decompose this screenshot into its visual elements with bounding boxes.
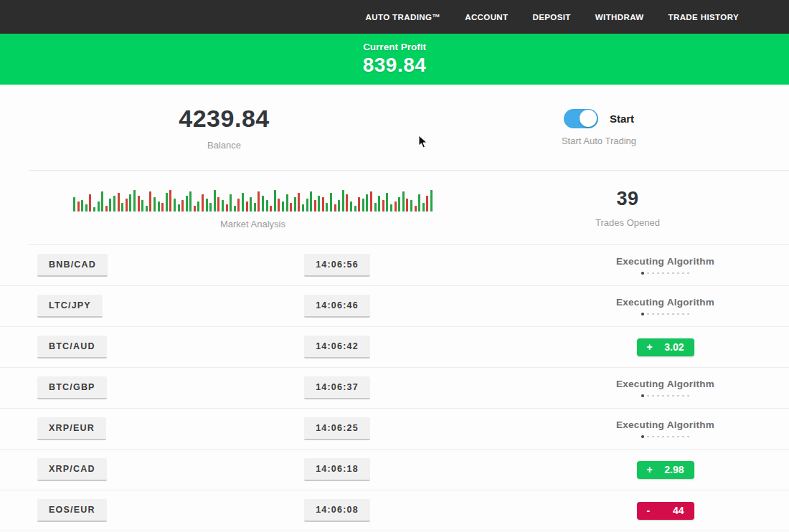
nav-item-withdraw[interactable]: WITHDRAW xyxy=(595,13,644,22)
trade-row-btc-aud: BTC/AUD14:06:42+3.02 xyxy=(0,327,789,368)
candle-up xyxy=(101,191,103,212)
candle-down xyxy=(77,201,80,212)
candle-up xyxy=(398,197,400,212)
candle-up xyxy=(174,199,176,212)
executing-algorithm-label: Executing Algorithm xyxy=(616,256,714,267)
progress-dot xyxy=(641,313,644,315)
trade-status-cell: Executing Algorithm xyxy=(509,297,789,315)
candle-up xyxy=(402,191,405,212)
candle-up xyxy=(129,194,131,212)
progress-dot xyxy=(672,436,674,438)
candle-up xyxy=(133,190,136,212)
auto-trading-label: Start Auto Trading xyxy=(562,136,636,146)
candle-down xyxy=(202,194,204,212)
trades-opened-block: 39 Trades Opened xyxy=(477,188,778,228)
candle-down xyxy=(394,201,397,212)
trade-time-badge: 14:06:37 xyxy=(304,376,370,399)
progress-dot xyxy=(641,435,644,438)
progress-dot xyxy=(657,436,659,438)
progress-dot xyxy=(657,272,659,275)
nav-item-trade-history[interactable]: TRADE HISTORY xyxy=(668,13,740,22)
progress-dot xyxy=(652,395,654,397)
profit-sign: + xyxy=(647,464,653,475)
candle-up xyxy=(242,193,244,212)
candle-down xyxy=(246,201,248,212)
progress-dot xyxy=(687,436,689,438)
candle-up xyxy=(282,201,284,212)
pair-badge: XRP/EUR xyxy=(37,417,106,440)
candle-down xyxy=(226,204,228,212)
nav-items: AUTO TRADING™ACCOUNTDEPOSITWITHDRAWTRADE… xyxy=(341,13,739,22)
candle-up xyxy=(274,190,276,212)
candle-down xyxy=(322,197,324,212)
progress-dot xyxy=(662,272,664,275)
current-profit-value: 839.84 xyxy=(363,54,427,77)
candle-up xyxy=(422,203,425,212)
candle-down xyxy=(181,200,184,212)
progress-dot xyxy=(662,436,664,438)
trade-time-badge: 14:06:08 xyxy=(304,499,370,522)
progress-dot xyxy=(672,313,674,315)
auto-trading-toggle[interactable] xyxy=(564,109,598,128)
progress-dot xyxy=(662,313,664,315)
current-profit-label: Current Profit xyxy=(363,42,426,52)
candle-down xyxy=(314,200,316,212)
pair-badge: BNB/CAD xyxy=(37,254,108,277)
candle-up xyxy=(326,203,328,212)
pair-badge: LTC/JPY xyxy=(37,295,103,318)
trade-time-badge: 14:06:42 xyxy=(304,336,370,358)
trade-row-xrp-cad: XRP/CAD14:06:18+2.98 xyxy=(0,450,789,490)
nav-item-auto-trading[interactable]: AUTO TRADING™ xyxy=(366,13,441,22)
candle-up xyxy=(234,206,236,212)
profit-badge: +3.02 xyxy=(637,338,694,356)
profit-badge: +2.98 xyxy=(637,461,694,479)
candle-up xyxy=(354,206,356,212)
candle-up xyxy=(85,204,88,212)
progress-dot xyxy=(672,395,674,397)
nav-item-account[interactable]: ACCOUNT xyxy=(465,13,508,22)
trade-status-cell: +2.98 xyxy=(509,461,789,479)
candle-down xyxy=(89,194,91,212)
candle-up xyxy=(330,193,332,212)
trades-opened-value: 39 xyxy=(616,188,638,210)
candle-down xyxy=(334,204,336,212)
candle-up xyxy=(109,199,111,212)
progress-dots xyxy=(641,272,689,275)
trade-status-cell: Executing Algorithm xyxy=(509,256,789,275)
executing-algorithm-label: Executing Algorithm xyxy=(616,419,714,430)
progress-dot xyxy=(667,395,669,397)
profit-value: 44 xyxy=(673,505,684,516)
market-analysis-label: Market Analysis xyxy=(220,219,285,229)
candle-up xyxy=(350,201,352,212)
candle-down xyxy=(346,194,348,212)
progress-dots xyxy=(641,435,689,438)
progress-dot xyxy=(652,272,654,275)
trade-status-cell: Executing Algorithm xyxy=(509,419,789,438)
trade-row-eos-eur: EOS/EUR14:06:08-44 xyxy=(0,490,789,531)
candle-down xyxy=(426,196,428,212)
trade-status-cell: +3.02 xyxy=(509,338,789,356)
progress-dot xyxy=(677,313,679,315)
loss-badge: -44 xyxy=(637,502,694,520)
progress-dot xyxy=(652,313,654,315)
market-analysis-block: Market Analysis xyxy=(29,186,477,229)
candle-down xyxy=(406,199,408,212)
toggle-label: Start xyxy=(610,113,634,125)
candle-up xyxy=(366,194,368,212)
candle-down xyxy=(258,191,260,212)
progress-dot xyxy=(677,436,679,438)
progress-dot xyxy=(657,313,659,315)
progress-dots xyxy=(641,313,689,315)
nav-item-deposit[interactable]: DEPOSIT xyxy=(533,13,571,22)
progress-dot xyxy=(667,436,669,438)
candle-up xyxy=(206,199,208,212)
trade-time-badge: 14:06:56 xyxy=(304,254,370,277)
candle-up xyxy=(93,207,95,212)
trade-row-bnb-cad: BNB/CAD14:06:56Executing Algorithm xyxy=(0,245,789,286)
candle-up xyxy=(374,203,377,212)
progress-dot xyxy=(647,313,649,315)
candle-up xyxy=(294,197,296,212)
profit-sign: + xyxy=(647,341,653,353)
trades-list: BNB/CAD14:06:56Executing AlgorithmLTC/JP… xyxy=(29,244,789,531)
candle-up xyxy=(189,191,192,212)
